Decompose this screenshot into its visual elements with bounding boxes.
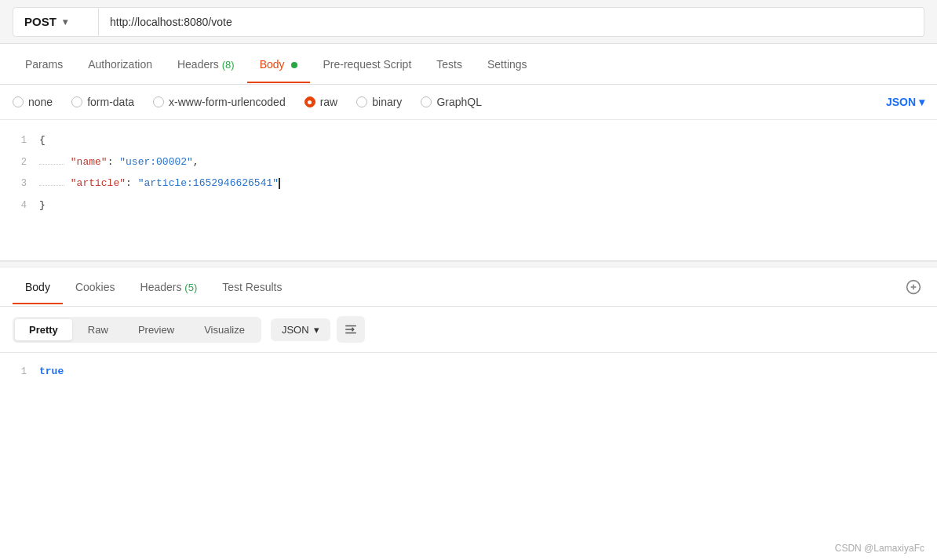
- editor-line-4: 4 }: [0, 195, 937, 216]
- tab-headers[interactable]: Headers (8): [165, 45, 247, 83]
- tab-params[interactable]: Params: [13, 45, 75, 83]
- radio-urlencoded: [153, 96, 164, 107]
- response-format-bar: Pretty Raw Preview Visualize JSON ▾: [0, 307, 937, 353]
- radio-graphql: [421, 96, 432, 107]
- body-type-graphql[interactable]: GraphQL: [421, 96, 482, 108]
- response-value: true: [39, 365, 64, 377]
- line-number-4: 4: [0, 198, 39, 215]
- resp-format-raw[interactable]: Raw: [74, 319, 122, 340]
- tab-authorization[interactable]: Authorization: [75, 45, 165, 83]
- body-type-form-data[interactable]: form-data: [71, 96, 134, 108]
- response-line-number-1: 1: [0, 364, 39, 381]
- section-divider: [0, 261, 937, 267]
- response-body-area: 1 true: [0, 353, 937, 391]
- body-type-none[interactable]: none: [13, 96, 53, 108]
- url-bar: POST ▾: [0, 0, 937, 44]
- request-tab-bar: Params Authorization Headers (8) Body Pr…: [0, 44, 937, 85]
- radio-raw: [304, 96, 315, 107]
- response-tab-bar: Body Cookies Headers (5) Test Results: [0, 267, 937, 307]
- body-type-bar: none form-data x-www-form-urlencoded raw…: [0, 85, 937, 120]
- line-number-1: 1: [0, 133, 39, 150]
- line-number-2: 2: [0, 155, 39, 172]
- save-response-icon[interactable]: [902, 276, 924, 298]
- resp-tab-headers[interactable]: Headers (5): [128, 270, 210, 304]
- resp-format-pretty[interactable]: Pretty: [15, 319, 72, 340]
- body-type-urlencoded[interactable]: x-www-form-urlencoded: [153, 96, 286, 108]
- text-cursor: [279, 178, 280, 189]
- url-input[interactable]: [99, 7, 924, 37]
- resp-format-preview[interactable]: Preview: [124, 319, 188, 340]
- method-chevron: ▾: [63, 16, 67, 27]
- radio-none: [13, 96, 24, 107]
- format-dropdown[interactable]: JSON ▾: [886, 96, 924, 108]
- radio-form-data: [71, 96, 82, 107]
- tab-settings[interactable]: Settings: [475, 45, 540, 83]
- body-type-binary[interactable]: binary: [356, 96, 402, 108]
- watermark: CSDN @LamaxiyaFc: [835, 543, 924, 554]
- tab-tests[interactable]: Tests: [424, 45, 475, 83]
- line-number-3: 3: [0, 176, 39, 193]
- editor-line-3: 3 "article": "article:1652946626541": [0, 173, 937, 195]
- response-format-tabs: Pretty Raw Preview Visualize: [13, 317, 261, 343]
- tab-prerequest[interactable]: Pre-request Script: [310, 45, 424, 83]
- tab-body[interactable]: Body: [247, 45, 311, 83]
- method-dropdown[interactable]: POST ▾: [13, 7, 99, 37]
- resp-tab-cookies[interactable]: Cookies: [63, 270, 128, 304]
- radio-binary: [356, 96, 367, 107]
- response-wrap-button[interactable]: [337, 316, 365, 343]
- request-body-editor[interactable]: 1 { 2 "name": "user:00002", 3 "article":…: [0, 120, 937, 261]
- resp-tab-body[interactable]: Body: [13, 270, 63, 304]
- editor-line-2: 2 "name": "user:00002",: [0, 151, 937, 173]
- resp-format-visualize[interactable]: Visualize: [190, 319, 259, 340]
- body-active-dot: [291, 62, 297, 68]
- editor-line-1: 1 {: [0, 129, 937, 151]
- body-type-raw[interactable]: raw: [304, 96, 338, 108]
- method-label: POST: [24, 15, 57, 28]
- response-json-select[interactable]: JSON ▾: [271, 318, 330, 341]
- resp-tab-test-results[interactable]: Test Results: [210, 270, 294, 304]
- response-line-1: 1 true: [0, 361, 937, 383]
